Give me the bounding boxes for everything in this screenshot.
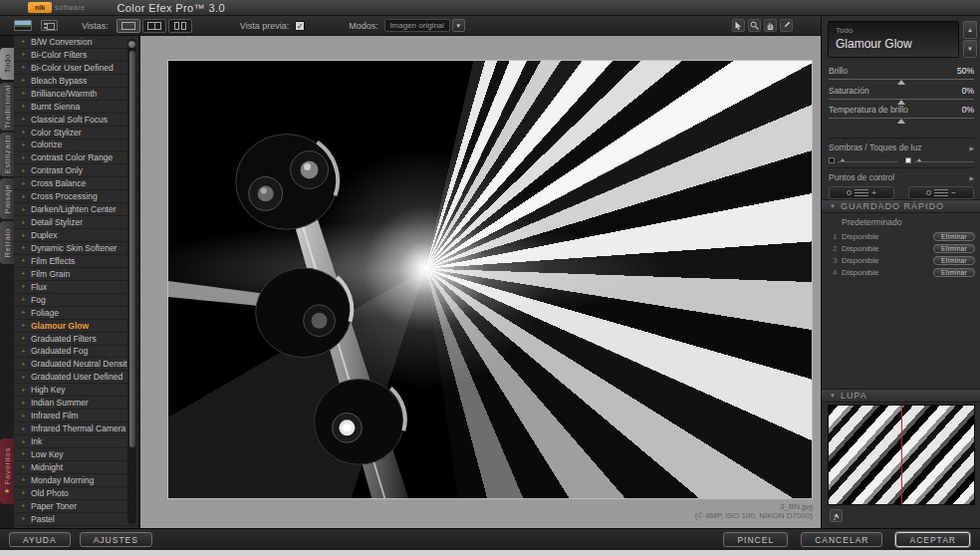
filter-list-item[interactable]: Glamour Glow bbox=[14, 320, 138, 333]
quick-save-slot[interactable]: 2 Disponible Eliminar bbox=[829, 242, 975, 254]
add-control-point-minus-button[interactable]: − bbox=[908, 186, 974, 199]
select-tool-button[interactable] bbox=[732, 19, 745, 32]
quick-save-header[interactable]: ▼ GUARDADO RÁPIDO bbox=[822, 199, 980, 213]
filter-name: Burnt Sienna bbox=[31, 102, 80, 112]
slot-status: Disponible bbox=[842, 232, 933, 241]
filter-list-item[interactable]: Indian Summer bbox=[14, 397, 138, 410]
filter-list-item[interactable]: Film Effects bbox=[14, 255, 138, 268]
filter-list-item[interactable]: High Key bbox=[14, 384, 138, 397]
eliminar-button[interactable]: Eliminar bbox=[933, 268, 975, 277]
filter-list-item[interactable]: Old Photo bbox=[14, 487, 138, 500]
category-tab-label: Favoritos bbox=[3, 447, 12, 484]
filter-list-item[interactable]: Fog bbox=[14, 294, 138, 307]
side-by-side-view-button[interactable] bbox=[168, 19, 192, 33]
filter-name: Contrast Only bbox=[31, 165, 83, 175]
shadows-slider-track bbox=[838, 161, 897, 162]
pan-tool-button[interactable] bbox=[764, 19, 777, 32]
category-tab[interactable]: Tradicional ★ bbox=[0, 83, 14, 131]
filter-name: Contrast Color Range bbox=[31, 152, 113, 162]
default-preset-label[interactable]: Predeterminado bbox=[829, 217, 975, 227]
filter-list-item[interactable]: Infrared Film bbox=[14, 410, 138, 422]
filter-panel-toggle-icon[interactable] bbox=[41, 20, 58, 31]
loupe-header[interactable]: ▼ LUPA bbox=[822, 389, 980, 403]
shadows-slider[interactable] bbox=[829, 156, 897, 166]
filter-list-item[interactable]: Foliage bbox=[14, 307, 138, 320]
eliminar-button[interactable]: Eliminar bbox=[933, 244, 975, 253]
filter-list-item[interactable]: Monday Morning bbox=[14, 474, 138, 487]
filter-list-item[interactable]: Detail Stylizer bbox=[14, 216, 138, 229]
filter-list-item[interactable]: Bi-Color Filters bbox=[14, 49, 138, 62]
filter-list-item[interactable]: Cross Processing bbox=[14, 190, 138, 203]
filter-list-item[interactable]: Graduated Fog bbox=[14, 346, 138, 359]
filter-list-item[interactable]: Infrared Thermal Camera bbox=[14, 422, 138, 435]
shadow-swatch-icon bbox=[829, 157, 835, 163]
filter-category-label: Todo bbox=[836, 26, 951, 35]
settings-button[interactable]: AJUSTES bbox=[80, 532, 152, 547]
highlights-slider[interactable] bbox=[905, 156, 974, 166]
filter-list-item[interactable]: Color Stylizer bbox=[14, 127, 138, 139]
zoom-tool-button[interactable] bbox=[748, 19, 761, 32]
filter-list-item[interactable]: Cross Balance bbox=[14, 177, 138, 190]
filter-list-item[interactable]: Low Key bbox=[14, 448, 138, 461]
filter-list-item[interactable]: Darken/Lighten Center bbox=[14, 203, 138, 216]
filter-list-item[interactable]: Contrast Only bbox=[14, 164, 138, 177]
filter-list-item[interactable]: Colorize bbox=[14, 139, 138, 152]
category-tab[interactable]: Paisaje ★ bbox=[0, 178, 14, 219]
filter-list-item[interactable]: Film Grain bbox=[14, 268, 138, 281]
quick-save-slot[interactable]: 3 Disponible Eliminar bbox=[829, 254, 975, 266]
slider-track[interactable] bbox=[829, 118, 974, 124]
filter-list-item[interactable]: Bleach Bypass bbox=[14, 75, 138, 88]
filter-list-item[interactable]: Contrast Color Range bbox=[14, 151, 138, 164]
accept-button[interactable]: ACEPTAR bbox=[895, 532, 970, 547]
filter-list-item[interactable]: Graduated User Defined bbox=[14, 371, 138, 384]
filter-list-item[interactable]: Midnight bbox=[14, 461, 138, 474]
filter-list-item[interactable]: Graduated Filters bbox=[14, 333, 138, 346]
filter-name: Cross Balance bbox=[31, 178, 86, 188]
category-tab[interactable]: Favoritos ★ bbox=[0, 438, 14, 504]
mode-dropdown-arrow[interactable]: ▼ bbox=[452, 19, 465, 32]
quick-save-slot[interactable]: 1 Disponible Eliminar bbox=[829, 230, 975, 242]
split-view-button[interactable] bbox=[142, 19, 166, 33]
category-tab[interactable]: Estilizado ★ bbox=[0, 133, 14, 176]
add-control-point-plus-button[interactable]: + bbox=[829, 186, 894, 199]
streetlamp-photo-graphics bbox=[168, 61, 812, 498]
filter-list-item[interactable]: B/W Conversion bbox=[14, 36, 138, 49]
eliminar-button[interactable]: Eliminar bbox=[933, 256, 975, 265]
filter-list-item[interactable]: Bi-Color User Defined bbox=[14, 62, 138, 75]
expand-arrow-icon[interactable]: ▶ bbox=[969, 174, 974, 181]
single-view-button[interactable] bbox=[117, 19, 140, 33]
filter-list-item[interactable]: Classical Soft Focus bbox=[14, 114, 138, 127]
category-tab[interactable]: Todo ★ bbox=[0, 48, 14, 80]
brush-button[interactable]: PINCEL bbox=[723, 532, 788, 547]
filter-list-item[interactable]: Graduated Neutral Density bbox=[14, 358, 138, 371]
preview-image[interactable] bbox=[167, 60, 813, 499]
collapse-arrow-icon[interactable]: ▼ bbox=[830, 203, 836, 209]
eliminar-button[interactable]: Eliminar bbox=[933, 232, 975, 241]
next-filter-button[interactable]: ▼ bbox=[963, 40, 977, 58]
cancel-button[interactable]: CANCELAR bbox=[801, 532, 882, 547]
filter-list-item[interactable]: Burnt Sienna bbox=[14, 101, 138, 114]
mode-dropdown[interactable]: Imagen original bbox=[384, 19, 450, 32]
loupe-pin-button[interactable] bbox=[830, 509, 843, 522]
filter-list-item[interactable]: Paper Toner bbox=[14, 500, 138, 513]
filter-list-item[interactable]: Ink bbox=[14, 435, 138, 448]
help-button[interactable]: AYUDA bbox=[9, 532, 71, 547]
filter-list-item[interactable]: Brilliance/Warmth bbox=[14, 88, 138, 101]
filter-list-item[interactable]: Flux bbox=[14, 281, 138, 294]
filter-list-scrollbar[interactable] bbox=[127, 39, 136, 524]
slider-thumb[interactable] bbox=[897, 119, 905, 124]
quick-save-slot[interactable]: 4 Disponible Eliminar bbox=[829, 266, 975, 278]
filter-list-item[interactable]: Duplex bbox=[14, 229, 138, 242]
preview-area: 3_BN.jpg (© 8MP, ISO 100, NIKON D7000) bbox=[140, 36, 821, 528]
eyedropper-tool-button[interactable] bbox=[780, 19, 793, 32]
category-tab[interactable]: Retrato ★ bbox=[0, 221, 14, 264]
image-thumbnail-icon[interactable] bbox=[14, 20, 32, 31]
filter-list-item[interactable]: Dynamic Skin Softener bbox=[14, 242, 138, 255]
filter-list-item[interactable]: Pastel bbox=[14, 513, 138, 526]
previous-filter-button[interactable]: ▲ bbox=[963, 21, 977, 39]
scrollbar-thumb[interactable] bbox=[129, 51, 135, 447]
expand-arrow-icon[interactable]: ▶ bbox=[969, 144, 974, 151]
scrollbar-knob[interactable] bbox=[128, 41, 135, 48]
preview-checkbox[interactable]: ✓ bbox=[295, 21, 305, 31]
collapse-arrow-icon[interactable]: ▼ bbox=[830, 393, 836, 399]
